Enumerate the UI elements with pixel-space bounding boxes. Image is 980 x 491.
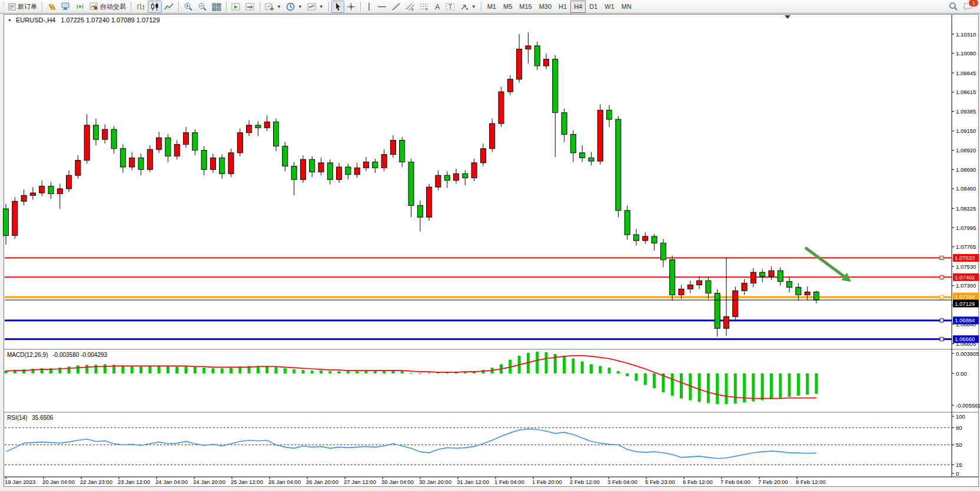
clock-icon (286, 2, 295, 11)
chat-button[interactable]: 1 (961, 1, 975, 13)
macd-histogram-bar (599, 366, 602, 373)
fibonacci-tool[interactable]: F (417, 1, 431, 13)
line-handle[interactable] (940, 295, 944, 299)
macd-histogram-bar (707, 373, 710, 403)
timeframe-m1[interactable]: M1 (484, 1, 500, 13)
line-handle[interactable] (940, 338, 944, 341)
candlestick-chart-button[interactable] (148, 1, 162, 13)
text-label-tool[interactable]: T (443, 1, 457, 13)
time-tick-label: 1 Feb 20:00 (532, 479, 562, 485)
timeframe-w1[interactable]: W1 (601, 1, 618, 13)
macd-histogram-bar (779, 373, 782, 398)
rsi-tick-label: 80 (956, 425, 962, 431)
search-button[interactable] (946, 1, 961, 13)
toolbar-separator (226, 2, 227, 12)
channel-tool[interactable]: E (403, 1, 417, 13)
line-handle[interactable] (940, 275, 944, 279)
line-chart-button[interactable] (162, 1, 176, 13)
template-icon (307, 2, 317, 11)
period-dropdown[interactable]: ▼ (284, 1, 305, 13)
macd-histogram-bar (77, 365, 79, 373)
candle-body (147, 149, 152, 169)
timeframe-h1[interactable]: H1 (555, 1, 570, 13)
candle-body (544, 59, 549, 66)
bar-chart-button[interactable] (134, 1, 148, 13)
crosshair-tool-button[interactable] (344, 1, 358, 13)
zoom-in-button[interactable] (181, 1, 195, 13)
candle-body (318, 163, 324, 172)
candle-body (75, 161, 81, 176)
candle-body (210, 158, 215, 169)
toolbar-grip[interactable] (2, 2, 5, 11)
macd-histogram-bar (481, 370, 484, 373)
timeframe-mn[interactable]: MN (618, 1, 635, 13)
rsi-tick-label: 100 (956, 413, 965, 420)
tile-windows-button[interactable] (210, 1, 224, 13)
terminal-button[interactable] (59, 1, 73, 13)
macd-tick-label: 0.003805 (956, 350, 979, 357)
timeframe-h4[interactable]: H4 (570, 1, 586, 13)
line-handle[interactable] (940, 319, 944, 322)
trendline-tool[interactable] (389, 1, 403, 13)
macd-histogram-bar (734, 373, 737, 403)
candle-body (580, 153, 585, 158)
time-tick-label: 30 Jan 04:00 (381, 479, 414, 485)
toolbar-separator (328, 2, 329, 12)
arrows-tool-dropdown[interactable]: ▼ (457, 1, 479, 13)
level-price-badge: 1.06660 (955, 336, 975, 342)
candle-body (354, 168, 360, 174)
candle-body (165, 138, 171, 156)
new-order-button[interactable]: 新订单 (6, 1, 39, 13)
time-tick-label: 19 Jan 2023 (5, 479, 35, 485)
candle-body (39, 186, 45, 193)
price-tick-label: 1.08460 (956, 185, 976, 192)
timeframe-d1[interactable]: D1 (586, 1, 601, 13)
chart-shift-button[interactable] (229, 1, 243, 13)
price-tick-label: 1.08225 (956, 205, 976, 212)
timeframe-m30[interactable]: M30 (536, 1, 555, 13)
line-handle[interactable] (940, 256, 944, 260)
candle-body (814, 292, 819, 300)
macd-histogram-bar (788, 373, 791, 397)
rsi-name: RSI(14) (7, 415, 27, 421)
zoom-out-button[interactable] (195, 1, 210, 13)
time-tick-label: 23 Jan 12:00 (118, 479, 150, 485)
rsi-indicator-label: RSI(14) 35.6506 (7, 415, 53, 421)
chart-canvas[interactable]: 1.103101.100801.098451.096151.093851.091… (0, 0, 980, 491)
time-tick-label: 2 Feb 12:00 (570, 479, 600, 485)
history-center-button[interactable] (45, 1, 59, 13)
timeframe-m15[interactable]: M15 (516, 1, 535, 13)
candle-body (346, 167, 351, 175)
candle-body (616, 119, 621, 211)
signals-button[interactable] (73, 1, 87, 13)
zoom-out-icon (198, 2, 207, 11)
macd-histogram-bar (85, 365, 88, 373)
candle-body (264, 122, 270, 128)
macd-histogram-bar (653, 373, 656, 388)
candlestick-icon (150, 2, 160, 11)
dropdown-caret: ▼ (319, 4, 324, 9)
candle-body (499, 92, 504, 123)
vertical-line-tool[interactable] (363, 1, 375, 13)
auto-trading-button[interactable]: 自动交易 (87, 1, 128, 13)
arrows-icon (460, 2, 469, 11)
ohlc-values: 1.07225 1.07240 1.07089 1.07129 (61, 16, 160, 24)
collapse-triangle-icon[interactable]: ▼ (8, 18, 12, 22)
new-chart-dropdown[interactable]: ▼ (263, 1, 284, 13)
time-tick-label: 3 Feb 04:00 (607, 479, 637, 485)
time-tick-label: 8 Feb 12:00 (796, 479, 826, 485)
candle-body (138, 158, 144, 169)
cursor-tool-button[interactable] (331, 1, 344, 13)
level-price-badge: 1.07633 (955, 255, 975, 261)
timeframe-m5[interactable]: M5 (500, 1, 516, 13)
macd-histogram-bar (338, 371, 341, 373)
mt4-window: { "toolbar": { "new_order_label": "新订单",… (0, 0, 980, 491)
horizontal-line-tool[interactable] (375, 1, 389, 13)
dropdown-caret: ▼ (471, 4, 476, 9)
time-tick-label: 31 Jan 12:00 (457, 479, 489, 485)
candle-body (652, 236, 657, 243)
template-dropdown[interactable]: ▼ (305, 1, 326, 13)
dropdown-caret: ▼ (298, 4, 303, 9)
text-tool[interactable]: A (431, 1, 443, 13)
auto-scroll-button[interactable] (243, 1, 257, 13)
